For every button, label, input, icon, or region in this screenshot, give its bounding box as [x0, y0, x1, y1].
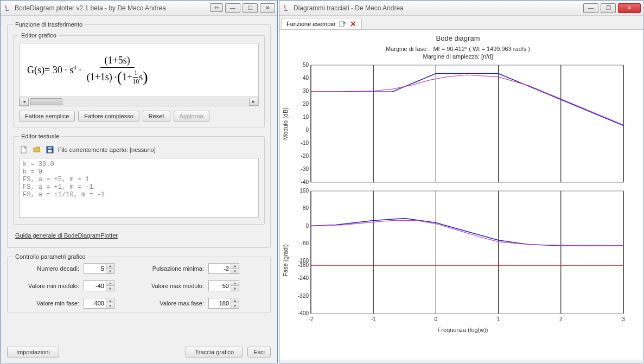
- svg-text:2: 2: [559, 316, 563, 322]
- open-file-icon[interactable]: [32, 145, 42, 155]
- gain-margin-value: [n/d]: [481, 53, 493, 60]
- text-editor-legend: Editor testuale: [19, 133, 61, 139]
- numero-decadi-spinner[interactable]: ▲▼: [84, 263, 116, 274]
- scroll-left-icon[interactable]: ◄: [20, 98, 29, 106]
- gain-margin-label: Margine di ampiezza:: [423, 53, 480, 60]
- svg-text:10: 10: [303, 114, 309, 120]
- fattore-complesso-button[interactable]: Fattore complesso: [78, 111, 139, 122]
- main-window: BodeDiagram plotter v2.1 beta - by De Me…: [0, 0, 278, 363]
- min-modulo-spinner[interactable]: ▲▼: [84, 280, 116, 291]
- svg-rect-3: [48, 147, 52, 149]
- close-button[interactable]: ✕: [260, 3, 275, 13]
- plot-titlebar[interactable]: Diagrammi tracciati - De Meco Andrea — ❐…: [279, 1, 643, 16]
- svg-text:1: 1: [497, 316, 500, 322]
- min-fase-spinner[interactable]: ▲▼: [84, 298, 116, 309]
- tab-bar: Funzione esempio ✕: [279, 16, 643, 30]
- max-modulo-label: Valore max modulo:: [138, 283, 208, 289]
- svg-text:-10: -10: [301, 140, 309, 146]
- max-modulo-spinner[interactable]: ▲▼: [208, 280, 241, 291]
- formula-scrollbar[interactable]: ◄ ►: [19, 97, 259, 106]
- svg-text:-40: -40: [301, 179, 309, 185]
- formula-display: G(s)= 30 · s0 · (1+5s) (1+1s) · (1+ 110 …: [19, 43, 259, 97]
- tool-button[interactable]: ⇔: [210, 3, 223, 12]
- new-file-icon[interactable]: [19, 145, 29, 155]
- reset-button[interactable]: Reset: [143, 111, 170, 122]
- impostazioni-button[interactable]: Impostazioni: [7, 347, 59, 357]
- traccia-grafico-button[interactable]: Traccia grafico: [186, 347, 243, 357]
- min-fase-label: Valore min fase:: [13, 300, 84, 306]
- svg-text:-20: -20: [301, 153, 309, 159]
- file-open-label: File correntemente aperto: [nessuno]: [58, 146, 156, 153]
- maximize-button[interactable]: ☐: [243, 3, 258, 13]
- svg-text:0: 0: [435, 316, 438, 322]
- svg-text:80: 80: [303, 205, 309, 211]
- svg-text:-160: -160: [298, 258, 309, 264]
- svg-text:0: 0: [305, 223, 309, 229]
- titlebar[interactable]: BodeDiagram plotter v2.1 beta - by De Me…: [1, 1, 277, 16]
- tab-funzione-esempio[interactable]: Funzione esempio ✕: [282, 18, 362, 29]
- tab-label: Funzione esempio: [286, 21, 335, 27]
- svg-text:-2: -2: [309, 316, 314, 322]
- xlabel: Frequenza (log(w)): [290, 327, 635, 333]
- svg-text:-1: -1: [371, 316, 376, 322]
- svg-text:-400: -400: [298, 310, 309, 316]
- minimize-button[interactable]: —: [225, 3, 240, 13]
- svg-rect-5: [311, 65, 623, 182]
- phase-chart: -2-10123-400-320-240-180-160-80080160: [290, 188, 627, 323]
- export-icon[interactable]: [339, 20, 346, 28]
- svg-text:50: 50: [303, 62, 309, 68]
- java-icon: [3, 4, 11, 12]
- close-tab-icon[interactable]: ✕: [349, 20, 357, 28]
- svg-text:3: 3: [622, 316, 625, 322]
- svg-text:30: 30: [303, 88, 309, 94]
- phase-margin-label: Margine di fase:: [386, 46, 428, 52]
- transfer-legend: Funzione di trasferimento: [13, 21, 85, 28]
- svg-text:-80: -80: [301, 240, 309, 246]
- svg-text:40: 40: [303, 75, 309, 81]
- code-textarea[interactable]: [19, 158, 259, 218]
- svg-text:-320: -320: [298, 293, 309, 299]
- chart-title: Bode diagram: [280, 34, 635, 42]
- max-fase-label: Valore max fase:: [138, 300, 208, 306]
- max-fase-spinner[interactable]: ▲▼: [208, 298, 241, 309]
- svg-text:20: 20: [303, 101, 309, 107]
- mag-ylabel: Modulo (dB): [282, 107, 289, 140]
- min-modulo-label: Valore min modulo:: [13, 283, 84, 289]
- svg-rect-22: [311, 191, 623, 314]
- scroll-thumb[interactable]: [30, 98, 62, 105]
- phase-ylabel: Fase (gradi): [282, 244, 289, 276]
- text-editor-group: Editor testuale File correntemente apert…: [13, 133, 265, 225]
- params-group: Controllo parametri grafico Numero decad…: [7, 253, 271, 312]
- java-icon: [282, 4, 290, 12]
- svg-text:-240: -240: [298, 275, 309, 281]
- numero-decadi-label: Numero decadi:: [13, 265, 84, 272]
- params-legend: Controllo parametri grafico: [13, 253, 88, 260]
- svg-text:160: 160: [299, 188, 309, 194]
- restore-button[interactable]: ❐: [601, 3, 616, 13]
- magnitude-chart: -40-30-20-1001020304050: [290, 62, 627, 186]
- plot-area: Bode diagram Margine di fase: Mf = 90.41…: [279, 30, 643, 360]
- pulsazione-minima-label: Pulsazione minima:: [138, 265, 208, 272]
- phase-margin-value: Mf = 90.412° ( Wt = 1499.963 rad/s ): [433, 46, 530, 52]
- graphic-editor-group: Editor grafico G(s)= 30 · s0 · (1+5s) (1…: [13, 32, 265, 127]
- close-button[interactable]: ✕: [618, 3, 641, 13]
- plot-window: Diagrammi tracciati - De Meco Andrea — ❐…: [279, 0, 643, 363]
- window-title: BodeDiagram plotter v2.1 beta - by De Me…: [15, 4, 210, 12]
- scroll-right-icon[interactable]: ►: [249, 98, 258, 106]
- pulsazione-minima-spinner[interactable]: ▲▼: [208, 263, 241, 274]
- transfer-function-group: Funzione di trasferimento Editor grafico…: [7, 21, 271, 248]
- svg-rect-2: [48, 150, 52, 152]
- esci-button[interactable]: Esci: [247, 347, 271, 357]
- svg-text:-30: -30: [301, 166, 309, 172]
- fattore-semplice-button[interactable]: Fattore semplice: [19, 111, 75, 122]
- plot-window-title: Diagrammi tracciati - De Meco Andrea: [294, 4, 583, 12]
- save-file-icon[interactable]: [45, 145, 55, 155]
- aggiorna-button[interactable]: Aggiorna: [174, 111, 209, 122]
- graphic-editor-legend: Editor grafico: [19, 32, 59, 39]
- guide-link[interactable]: Guida generale di BodeDiagramPlotter: [15, 232, 265, 239]
- svg-text:0: 0: [305, 127, 309, 133]
- minimize-button[interactable]: —: [583, 3, 598, 13]
